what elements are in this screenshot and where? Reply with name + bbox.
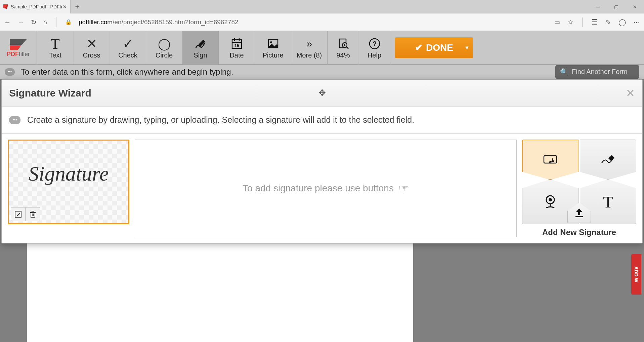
add-signature-label: Add New Signature xyxy=(542,228,616,237)
svg-point-24 xyxy=(549,198,552,201)
tab-favicon-icon xyxy=(3,4,8,9)
app-logo[interactable]: PDFfiller xyxy=(0,31,37,64)
circle-tool[interactable]: ◯ Circle xyxy=(146,31,182,64)
add-watermark-tab[interactable]: ADD W xyxy=(631,254,641,295)
cross-tool[interactable]: ✕ Cross xyxy=(74,31,110,64)
svg-marker-0 xyxy=(10,39,27,45)
zoom-icon xyxy=(337,36,350,51)
svg-text:15: 15 xyxy=(234,43,239,48)
sign-tool[interactable]: Sign xyxy=(182,31,219,64)
signature-placeholder: To add signature please use buttons ☞ xyxy=(135,140,517,237)
maximize-button[interactable]: ▢ xyxy=(607,0,626,13)
sign-icon xyxy=(194,36,207,51)
new-tab-button[interactable]: + xyxy=(71,2,84,11)
text-tool[interactable]: T Text xyxy=(37,31,74,64)
svg-rect-26 xyxy=(575,216,583,217)
cross-icon: ✕ xyxy=(86,36,97,51)
picture-tool[interactable]: Picture xyxy=(255,31,291,64)
hint-bubble-icon: ••• xyxy=(5,68,15,76)
signature-preview[interactable]: Signature xyxy=(8,140,129,224)
refresh-button[interactable]: ↻ xyxy=(31,18,37,26)
svg-rect-17 xyxy=(31,213,35,217)
browser-tab[interactable]: Sample_PDF.pdf - PDFfi ✕ xyxy=(0,0,71,13)
signature-wizard-dialog: Signature Wizard ✥ ✕ ••• Create a signat… xyxy=(1,79,643,243)
wizard-close-button[interactable]: ✕ xyxy=(626,87,635,100)
svg-line-11 xyxy=(346,47,348,49)
calendar-icon: 15 xyxy=(230,36,244,51)
wizard-instruction-bar: ••• Create a signature by drawing, typin… xyxy=(2,107,642,134)
wizard-header: Signature Wizard ✥ ✕ xyxy=(2,80,642,107)
check-icon: ✓ xyxy=(123,36,133,51)
more-menu-icon[interactable]: ⋯ xyxy=(633,18,640,26)
reading-list-icon[interactable]: ☰ xyxy=(591,18,598,27)
move-handle-icon[interactable]: ✥ xyxy=(318,88,326,98)
add-signature-panel: T Add New Signature xyxy=(522,140,636,237)
instruction-bar: ••• To enter data on this form, click an… xyxy=(0,65,644,79)
instruction-text: To enter data on this form, click anywhe… xyxy=(21,67,233,77)
help-icon: ? xyxy=(368,36,381,51)
browser-address-bar: ← → ↻ ⌂ 🔒 pdffiller.com/en/project/65288… xyxy=(0,13,644,31)
more-tool[interactable]: » More (8) xyxy=(291,31,328,64)
done-dropdown-icon[interactable]: ▾ xyxy=(466,44,468,51)
tab-title: Sample_PDF.pdf - PDFfi xyxy=(11,4,62,9)
delete-signature-button[interactable] xyxy=(26,207,40,221)
home-button[interactable]: ⌂ xyxy=(43,18,47,26)
app-toolbar: PDFfiller T Text ✕ Cross ✓ Check ◯ Circl… xyxy=(0,31,644,65)
lock-icon: 🔒 xyxy=(65,19,72,25)
svg-marker-1 xyxy=(10,45,21,50)
url-field[interactable]: pdffiller.com/en/project/65288159.htm?fo… xyxy=(79,18,548,26)
window-controls: — ▢ ✕ xyxy=(589,0,644,13)
svg-rect-21 xyxy=(32,211,34,212)
share-icon[interactable]: ◯ xyxy=(618,18,626,26)
minimize-button[interactable]: — xyxy=(589,0,607,13)
signature-preview-text: Signature xyxy=(29,162,109,186)
reading-view-icon[interactable]: ▭ xyxy=(554,18,560,26)
hint-bubble-icon: ••• xyxy=(9,116,20,124)
wizard-instruction-text: Create a signature by drawing, typing, o… xyxy=(27,115,414,125)
find-form-button[interactable]: 🔍 Find Another Form xyxy=(555,65,639,79)
pointing-hand-icon: ☞ xyxy=(398,182,409,195)
check-tool[interactable]: ✓ Check xyxy=(110,31,146,64)
done-button[interactable]: ✔ DONE ▾ xyxy=(395,37,473,58)
notes-icon[interactable]: ✎ xyxy=(605,18,611,26)
more-icon: » xyxy=(306,36,312,51)
edit-signature-button[interactable] xyxy=(11,207,26,221)
favorite-icon[interactable]: ☆ xyxy=(567,18,573,26)
picture-icon xyxy=(266,36,280,51)
close-window-button[interactable]: ✕ xyxy=(626,0,644,13)
wizard-title: Signature Wizard xyxy=(9,87,91,99)
type-icon: T xyxy=(603,193,613,211)
circle-icon: ◯ xyxy=(158,36,171,51)
done-check-icon: ✔ xyxy=(415,42,423,53)
help-button[interactable]: ? Help xyxy=(359,31,390,64)
tab-close-icon[interactable]: ✕ xyxy=(63,4,67,9)
capture-mobile-option[interactable] xyxy=(522,140,578,180)
svg-text:?: ? xyxy=(372,40,376,47)
zoom-control[interactable]: 94% xyxy=(328,31,359,64)
date-tool[interactable]: 15 Date xyxy=(219,31,255,64)
forward-button[interactable]: → xyxy=(17,18,24,26)
wizard-body: Signature To add signature please use bu… xyxy=(2,134,642,243)
text-icon: T xyxy=(51,36,60,51)
svg-point-8 xyxy=(270,41,272,43)
search-icon: 🔍 xyxy=(560,68,568,76)
back-button[interactable]: ← xyxy=(4,18,11,26)
browser-tab-strip: Sample_PDF.pdf - PDFfi ✕ + — ▢ ✕ xyxy=(0,0,644,13)
draw-signature-option[interactable] xyxy=(580,140,636,180)
